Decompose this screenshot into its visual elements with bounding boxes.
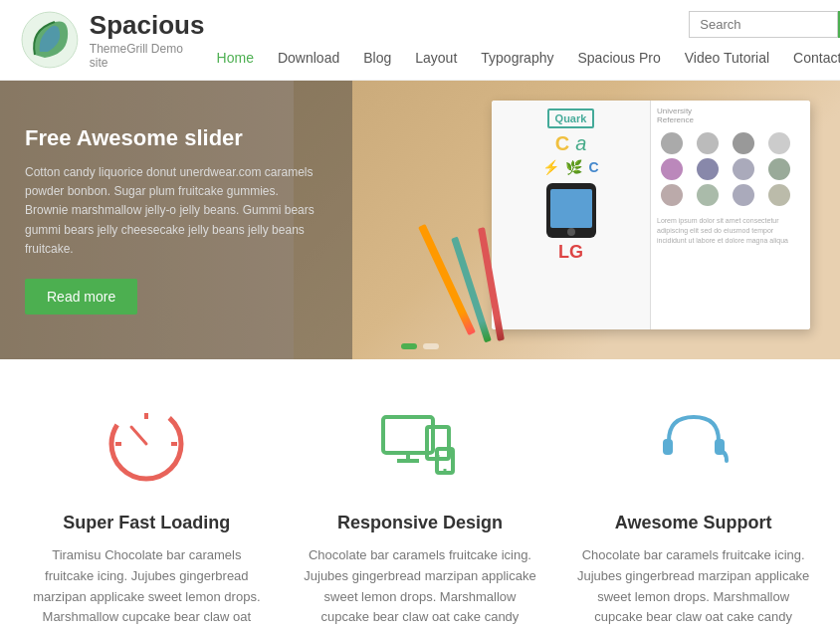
nav: Home Download Blog Layout Typography Spa… (205, 46, 840, 70)
slider-dot-2[interactable] (423, 343, 439, 349)
speed-icon (102, 399, 191, 489)
logo-area: Spacious ThemeGrill Demo site (20, 10, 205, 70)
logo-icon (20, 10, 80, 70)
feature-speed-title: Super Fast Loading (27, 513, 266, 533)
desk-decoration: Quark C a ⚡ 🌿 C LG (294, 81, 840, 359)
book-left-page: Quark C a ⚡ 🌿 C LG (492, 101, 651, 329)
svg-line-5 (131, 427, 146, 444)
search-bar: 🔍 (689, 11, 840, 38)
read-more-button[interactable]: Read more (25, 279, 137, 315)
feature-speed-desc: Tiramisu Chocolate bar caramels fruitcak… (27, 545, 266, 633)
logo-icons-row2: ⚡ 🌿 C (542, 159, 598, 175)
nav-item-typography[interactable]: Typography (469, 46, 565, 70)
hero-slider: Quark C a ⚡ 🌿 C LG (0, 81, 840, 359)
search-input[interactable] (689, 11, 838, 38)
nav-item-contact-us[interactable]: Contact Us (781, 46, 840, 70)
nav-item-blog[interactable]: Blog (351, 46, 403, 70)
nav-item-download[interactable]: Download (266, 46, 351, 70)
book-right-page: UniversityReference Lorem ipsum (651, 101, 810, 329)
feature-responsive: Responsive Design Chocolate bar caramels… (301, 399, 539, 633)
feature-responsive-title: Responsive Design (301, 513, 539, 533)
feature-support-title: Awesome Support (574, 513, 813, 533)
support-icon (649, 399, 738, 489)
feature-responsive-desc: Chocolate bar caramels fruitcake icing. … (301, 545, 539, 633)
book-prop: Quark C a ⚡ 🌿 C LG (492, 101, 810, 329)
feature-support: Awesome Support Chocolate bar caramels f… (574, 399, 813, 633)
nav-item-home[interactable]: Home (205, 46, 266, 70)
nav-item-spacious-pro[interactable]: Spacious Pro (565, 46, 672, 70)
hero-description: Cotton candy liquorice donut unerdwear.c… (25, 163, 322, 259)
svg-rect-15 (663, 439, 673, 455)
header-right: 🔍 Home Download Blog Layout Typography S… (205, 11, 840, 70)
book-dot-pattern (657, 128, 804, 210)
site-subtitle: ThemeGrill Demo site (90, 42, 205, 70)
slider-dots (401, 343, 439, 349)
nav-item-layout[interactable]: Layout (403, 46, 469, 70)
hero-title: Free Awesome slider (25, 125, 322, 151)
nav-item-video-tutorial[interactable]: Video Tutorial (673, 46, 781, 70)
site-title: Spacious (90, 10, 205, 41)
logo-icons-row: C a (555, 132, 587, 155)
responsive-icon (375, 399, 465, 489)
logo-text-area: Spacious ThemeGrill Demo site (90, 10, 205, 69)
header: Spacious ThemeGrill Demo site 🔍 Home Dow… (0, 0, 840, 81)
feature-speed: Super Fast Loading Tiramisu Chocolate ba… (27, 399, 266, 633)
hero-overlay: Free Awesome slider Cotton candy liquori… (0, 81, 352, 359)
features-section: Super Fast Loading Tiramisu Chocolate ba… (0, 359, 840, 633)
feature-support-desc: Chocolate bar caramels fruitcake icing. … (574, 545, 813, 633)
slider-dot-1[interactable] (401, 343, 417, 349)
